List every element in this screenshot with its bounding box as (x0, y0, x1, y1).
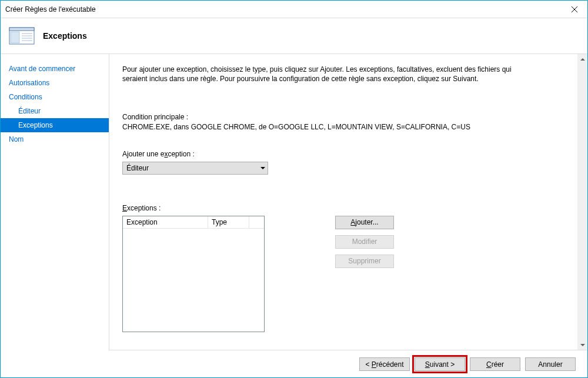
column-exception[interactable]: Exception (123, 216, 208, 228)
sidebar-item-exceptions[interactable]: Exceptions (1, 118, 109, 132)
close-button[interactable] (562, 1, 587, 18)
remove-button: Supprimer (335, 255, 394, 268)
svg-marker-10 (580, 58, 585, 61)
wizard-header: Exceptions (1, 18, 587, 53)
svg-rect-4 (11, 32, 19, 43)
page-heading: Exceptions (43, 31, 87, 41)
exception-type-dropdown[interactable]: Éditeur (122, 162, 268, 175)
next-button[interactable]: Suivant > (415, 357, 465, 371)
column-type[interactable]: Type (208, 216, 249, 228)
sidebar-item-conditions[interactable]: Conditions (1, 90, 109, 104)
create-label: réer (492, 360, 504, 369)
previous-button[interactable]: < Précédent (359, 357, 410, 371)
next-label: uivant > (430, 360, 455, 369)
wizard-footer: < Précédent Suivant > Créer Annuler (109, 350, 587, 378)
create-button[interactable]: Créer (470, 357, 520, 371)
header-icon (9, 26, 35, 46)
wizard-sidebar: Avant de commencer Autorisations Conditi… (1, 53, 109, 350)
exceptions-listview[interactable]: Exception Type (122, 216, 265, 332)
window-title: Créer Règles de l'exécutable (5, 5, 562, 14)
exceptions-row: Exception Type Ajouter... Modifier Suppr… (122, 216, 562, 332)
add-exception-label: Ajouter une exception : (122, 150, 562, 158)
sidebar-item-before-start[interactable]: Avant de commencer (1, 62, 109, 76)
svg-marker-9 (260, 167, 265, 169)
list-buttons-column: Ajouter... Modifier Supprimer (335, 216, 394, 268)
sidebar-item-permissions[interactable]: Autorisations (1, 76, 109, 90)
condition-value: CHROME.EXE, dans GOOGLE CHROME, de O=GOO… (122, 122, 562, 132)
listview-header: Exception Type (123, 216, 264, 229)
sidebar-item-editor[interactable]: Éditeur (1, 104, 109, 118)
chevron-down-icon (258, 167, 268, 169)
scroll-down-icon[interactable] (577, 340, 587, 350)
exceptions-list-label: Exceptions : (122, 204, 562, 212)
main-area: Avant de commencer Autorisations Conditi… (1, 53, 587, 350)
cancel-button[interactable]: Annuler (525, 357, 576, 371)
dropdown-selected-value: Éditeur (126, 164, 258, 172)
svg-marker-11 (580, 344, 585, 346)
svg-rect-3 (9, 28, 34, 31)
edit-button: Modifier (335, 235, 394, 249)
intro-text: Pour ajouter une exception, choisissez l… (122, 65, 534, 83)
vertical-scrollbar[interactable] (577, 54, 587, 350)
sidebar-item-name[interactable]: Nom (1, 132, 109, 146)
title-bar: Créer Règles de l'exécutable (1, 1, 587, 18)
content-pane: Pour ajouter une exception, choisissez l… (109, 53, 587, 350)
previous-label: récédent (376, 360, 404, 369)
condition-label: Condition principale : (122, 113, 562, 121)
column-spacer (249, 216, 264, 228)
content-body: Pour ajouter une exception, choisissez l… (109, 54, 577, 350)
add-button[interactable]: Ajouter... (335, 216, 394, 229)
scroll-up-icon[interactable] (577, 54, 587, 64)
